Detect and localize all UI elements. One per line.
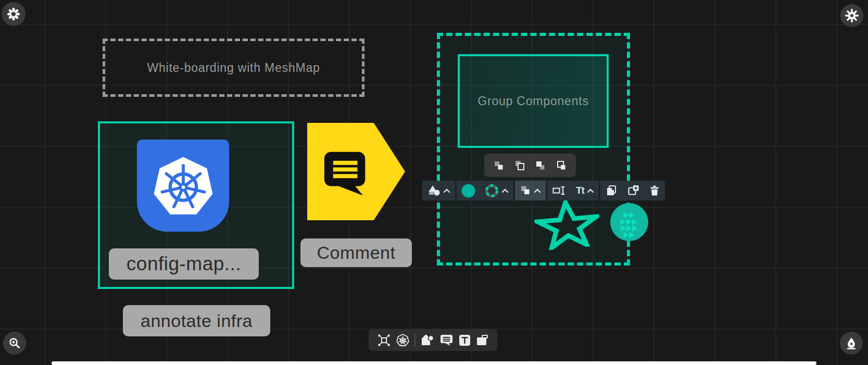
infrastructure-circuit-icon xyxy=(378,334,391,347)
kubernetes-tool-button[interactable] xyxy=(396,334,409,347)
fill-color-button[interactable] xyxy=(457,181,480,200)
resize-width-button[interactable] xyxy=(547,181,571,200)
layer-order-button[interactable] xyxy=(515,181,546,200)
comment-shape[interactable] xyxy=(307,123,405,220)
resize-width-icon xyxy=(552,185,567,196)
infrastructure-designer-button[interactable] xyxy=(378,334,391,347)
text-tool-icon xyxy=(459,334,471,346)
kubernetes-config-map-shape[interactable] xyxy=(137,140,229,232)
annotate-infra-text: annotate infra xyxy=(141,311,253,331)
bring-forward-icon[interactable] xyxy=(555,159,568,172)
shapes-tool-icon xyxy=(421,334,434,346)
node-label-text: config-map... xyxy=(127,253,241,275)
chevron-up-icon xyxy=(501,188,509,193)
annotate-infra-label[interactable]: annotate infra xyxy=(123,305,270,336)
comment-tool-button[interactable] xyxy=(440,334,453,346)
layer5-hex-circle-shape[interactable] xyxy=(610,203,648,241)
meshery-menu-button[interactable] xyxy=(2,2,26,26)
shapes-cluster-icon xyxy=(427,185,441,196)
text-style-icon: Tt xyxy=(576,185,584,196)
zoom-in-icon xyxy=(8,337,21,349)
star-outline-shape[interactable] xyxy=(533,197,602,251)
settings-gear-icon xyxy=(845,8,859,23)
speech-bubble-icon xyxy=(317,144,372,199)
layers-icon xyxy=(520,185,531,196)
sticky-note-icon xyxy=(476,334,488,346)
group-components-label: Group Components xyxy=(477,94,589,108)
bottom-tool-dock xyxy=(369,329,497,351)
dock-separator xyxy=(414,334,416,346)
trash-icon xyxy=(649,185,660,196)
copy-button[interactable] xyxy=(600,181,622,200)
node-label-config-map[interactable]: config-map... xyxy=(109,248,259,280)
meshery-logo-icon xyxy=(7,7,20,21)
chevron-up-icon xyxy=(534,188,541,193)
freehand-draw-button[interactable] xyxy=(840,332,863,355)
whiteboard-note-text: White-boarding with MeshMap xyxy=(147,61,320,75)
context-toolbar: Tt xyxy=(422,181,665,200)
text-style-button[interactable]: Tt xyxy=(571,181,599,200)
settings-button[interactable] xyxy=(840,4,863,27)
duplicate-button[interactable] xyxy=(622,181,644,200)
shape-picker-button[interactable] xyxy=(422,181,455,200)
chevron-up-icon xyxy=(587,188,594,193)
layer-order-popup xyxy=(484,154,576,177)
copy-icon xyxy=(605,184,618,197)
bring-to-front-icon[interactable] xyxy=(513,159,526,172)
fill-color-swatch-icon xyxy=(461,184,475,198)
send-backward-icon[interactable] xyxy=(493,159,505,172)
meshmap-whiteboard-canvas[interactable]: { "app": { "name": "MeshMap Whiteboard" … xyxy=(0,0,868,365)
horizontal-scrollbar[interactable] xyxy=(52,361,816,365)
border-style-button[interactable] xyxy=(480,181,513,200)
group-components-box[interactable]: Group Components xyxy=(458,54,609,148)
delete-button[interactable] xyxy=(644,181,665,200)
pen-ink-icon xyxy=(845,337,858,349)
text-tool-button[interactable] xyxy=(459,334,471,346)
chevron-up-icon xyxy=(443,188,450,193)
dashed-border-circle-icon xyxy=(485,184,499,198)
send-to-back-icon[interactable] xyxy=(534,159,547,172)
whiteboard-note-box[interactable]: White-boarding with MeshMap xyxy=(103,39,364,97)
comment-label[interactable]: Comment xyxy=(300,238,412,267)
shapes-tool-button[interactable] xyxy=(421,334,434,346)
zoom-button[interactable] xyxy=(3,332,26,355)
comment-tool-icon xyxy=(440,334,453,346)
kubernetes-wheel-icon xyxy=(396,334,409,347)
sticky-note-tool-button[interactable] xyxy=(476,334,488,346)
duplicate-plus-icon xyxy=(627,184,639,197)
kubernetes-logo-icon xyxy=(150,153,216,219)
comment-label-text: Comment xyxy=(317,243,396,263)
